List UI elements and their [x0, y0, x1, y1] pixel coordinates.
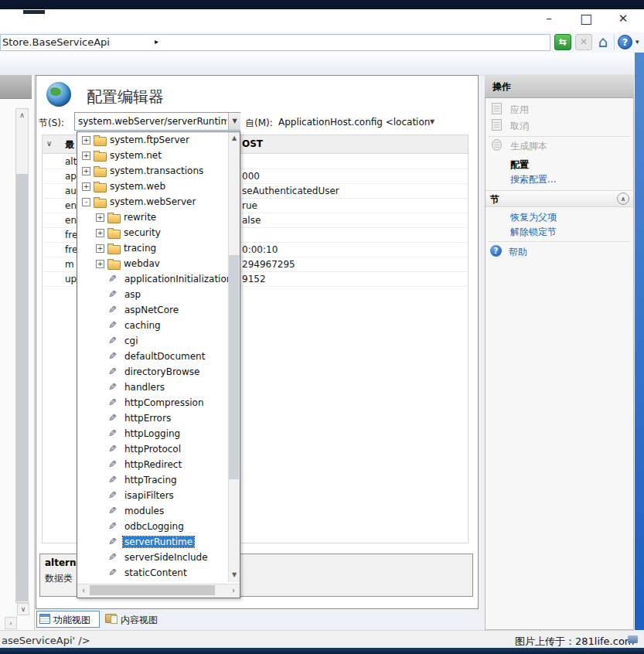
search-configuration-link[interactable]: 搜索配置... — [510, 173, 556, 186]
tree-item-httptracing[interactable]: ✎httpTracing — [77, 472, 228, 488]
tree-item-security[interactable]: +security — [77, 225, 228, 240]
features-view-icon — [39, 614, 50, 624]
scroll-right-icon[interactable]: › — [5, 617, 17, 629]
tab-content-view[interactable]: 内容视图 — [121, 614, 158, 627]
tree-hscrollbar-thumb[interactable] — [90, 585, 215, 595]
tree-item-isapifilters[interactable]: ✎isapiFilters — [77, 488, 228, 503]
section-pencil-icon: ✎ — [108, 567, 117, 578]
tree-item-system-webserver[interactable]: -system.webServer — [77, 194, 228, 209]
section-pencil-icon: ✎ — [108, 443, 117, 455]
expander-icon[interactable]: + — [82, 167, 90, 175]
folder-icon — [94, 199, 107, 208]
grid-row-value: seAuthenticatedUser — [242, 186, 339, 196]
tree-item-httpredirect[interactable]: ✎httpRedirect — [77, 457, 228, 472]
section-pencil-icon: ✎ — [108, 335, 117, 346]
minimize-button[interactable]: – — [537, 9, 561, 28]
tree-item-applicationinitialization[interactable]: ✎applicationInitialization — [77, 271, 228, 287]
help-dropdown-caret-icon[interactable]: ▾ — [635, 38, 639, 46]
grid-collapse-icon[interactable]: ∨ — [46, 139, 52, 148]
tree-item-staticcontent[interactable]: ✎staticContent — [77, 565, 228, 581]
breadcrumb[interactable]: Store.BaseServiceApi — [2, 36, 110, 48]
expander-icon[interactable]: + — [96, 260, 104, 268]
apply-button: 应用 — [510, 104, 529, 117]
tree-item-asp[interactable]: ✎asp — [77, 287, 228, 302]
section-pencil-icon: ✎ — [108, 458, 117, 470]
folder-icon — [107, 214, 121, 223]
maximize-button[interactable]: □ — [574, 9, 598, 28]
tree-item-directorybrowse[interactable]: ✎directoryBrowse — [77, 364, 228, 380]
tree-item-system-ftpserver[interactable]: +system.ftpServer — [77, 132, 228, 148]
tree-item-odbclogging[interactable]: ✎odbcLogging — [77, 519, 228, 534]
tree-item-modules[interactable]: ✎modules — [77, 503, 228, 519]
tree-item-httpcompression[interactable]: ✎httpCompression — [77, 395, 228, 410]
scroll-down-icon[interactable]: ∨ — [17, 603, 29, 615]
tree-item-httplogging[interactable]: ✎httpLogging — [77, 426, 228, 441]
tree-item-system-transactions[interactable]: +system.transactions — [77, 163, 228, 179]
breadcrumb-caret-icon[interactable]: ▸ — [155, 37, 158, 46]
collapse-section-icon[interactable]: ∧ — [617, 192, 629, 205]
tree-item-serverruntime-selected[interactable]: ✎serverRuntime — [77, 534, 228, 550]
cancel-button: 取消 — [510, 120, 529, 133]
tree-item-webdav[interactable]: +webdav — [77, 256, 228, 271]
section-group-heading: 节 — [490, 193, 499, 206]
top-titlebar-strip — [0, 0, 644, 9]
tree-scroll-left-icon[interactable]: ‹ — [79, 586, 88, 595]
grid-row-name: en — [65, 215, 77, 226]
grid-row-value: 294967295 — [242, 259, 295, 270]
window-icon — [23, 10, 45, 14]
section-tree: +system.ftpServer +system.net +system.tr… — [77, 132, 228, 581]
toolbar-separator — [614, 35, 615, 49]
tree-scroll-up-icon[interactable]: ▲ — [230, 134, 239, 143]
collapse-icon[interactable]: - — [82, 198, 90, 206]
tree-scroll-right-icon[interactable]: › — [229, 586, 238, 595]
grid-row-value: 000 — [242, 171, 260, 182]
tree-item-cgi[interactable]: ✎cgi — [77, 333, 228, 349]
tree-item-caching[interactable]: ✎caching — [77, 318, 228, 333]
section-pencil-icon: ✎ — [108, 366, 117, 377]
scroll-up-icon[interactable]: ∧ — [17, 111, 27, 121]
expander-icon[interactable]: + — [96, 229, 104, 237]
revert-to-parent-link[interactable]: 恢复为父项 — [510, 211, 557, 224]
tree-scroll-down-icon[interactable]: ▼ — [230, 571, 239, 580]
generate-script-button: 生成脚本 — [510, 140, 547, 153]
help-link[interactable]: 帮助 — [509, 246, 527, 259]
grid-row-value: alse — [242, 215, 261, 226]
tree-item-httperrors[interactable]: ✎httpErrors — [77, 410, 228, 426]
section-combobox-value[interactable]: system.webServer/serverRuntime — [78, 116, 227, 127]
tree-item-httpprotocol[interactable]: ✎httpProtocol — [77, 441, 228, 457]
tree-item-handlers[interactable]: ✎handlers — [77, 380, 228, 395]
close-button[interactable]: ✕ — [612, 9, 635, 28]
connections-scrollbar-thumb[interactable] — [16, 174, 28, 601]
expander-icon[interactable]: + — [82, 182, 90, 191]
content-view-icon — [105, 614, 117, 623]
folder-icon — [94, 183, 107, 192]
section-pencil-icon: ✎ — [108, 288, 117, 300]
expander-icon[interactable]: + — [82, 152, 90, 160]
tree-item-tracing[interactable]: +tracing — [77, 240, 228, 256]
tree-item-serversideinclude[interactable]: ✎serverSideInclude — [77, 550, 228, 565]
section-pencil-icon: ✎ — [108, 551, 117, 563]
tree-item-aspnetcore[interactable]: ✎aspNetCore — [77, 302, 228, 318]
features-view-label[interactable]: 功能视图 — [53, 614, 90, 627]
expander-icon[interactable]: + — [96, 213, 104, 222]
from-combobox-value[interactable]: ApplicationHost.config <location — [278, 117, 430, 128]
expander-icon[interactable]: + — [96, 244, 104, 253]
tree-vscrollbar-thumb[interactable] — [229, 255, 239, 479]
grid-row-name: m — [65, 259, 74, 270]
tree-item-rewrite[interactable]: +rewrite — [77, 209, 228, 225]
unlock-section-link[interactable]: 解除锁定节 — [510, 226, 557, 239]
expander-icon[interactable]: + — [82, 136, 90, 145]
grid-row-name: alt — [65, 156, 77, 167]
toolbar-band — [0, 53, 635, 76]
section-group-band — [486, 190, 633, 207]
help-icon[interactable]: ? — [618, 35, 632, 49]
tree-item-defaultdocument[interactable]: ✎defaultDocument — [77, 349, 228, 364]
tree-item-system-net[interactable]: +system.net — [77, 148, 228, 163]
section-pencil-icon: ✎ — [108, 412, 117, 424]
home-icon[interactable]: ⌂ — [595, 34, 612, 50]
refresh-icon[interactable]: ⇆ — [554, 34, 571, 50]
from-combobox-caret-icon[interactable]: ▼ — [430, 118, 434, 125]
section-combobox-dropdown-icon[interactable]: ▼ — [228, 113, 240, 130]
tree-item-system-web[interactable]: +system.web — [77, 179, 228, 194]
grid-row-value: 0:00:10 — [242, 244, 278, 255]
